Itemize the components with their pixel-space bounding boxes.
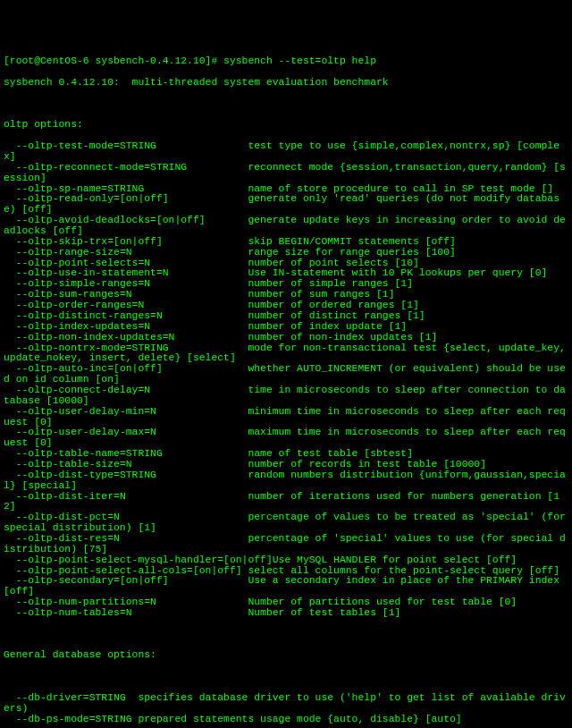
terminal-output: [root@CentOS-6 sysbench-0.4.12.10]# sysb… [4, 46, 568, 728]
option-line: --oltp-dist-iter=N number of iterations … [4, 492, 568, 513]
option-line: --oltp-auto-inc=[on|off] whether AUTO_IN… [4, 364, 568, 385]
option-line: --db-driver=STRING specifies database dr… [4, 693, 568, 715]
oltp-options-block: --oltp-test-mode=STRING test type to use… [4, 141, 568, 619]
option-line: --oltp-avoid-deadlocks=[on|off] generate… [4, 216, 568, 237]
option-line: --oltp-user-delay-min=N minimum time in … [4, 407, 568, 428]
option-line: --oltp-index-updates=N number of index u… [4, 322, 568, 333]
option-line: --oltp-non-index-updates=N number of non… [4, 333, 568, 343]
typed-command: sysbench --test=oltp help [223, 55, 376, 66]
option-line: --oltp-secondary=[on|off] Use a secondar… [4, 576, 568, 597]
general-options-block: --db-driver=STRING specifies database dr… [4, 693, 568, 725]
option-line: --oltp-user-delay-max=N maximum time in … [4, 427, 568, 449]
option-line: --oltp-dist-res=N percentage of 'special… [4, 534, 568, 555]
option-line: --oltp-dist-type=STRING random numbers d… [4, 470, 568, 492]
shell-prompt: [root@CentOS-6 sysbench-0.4.12.10]# [4, 55, 223, 66]
command-line: [root@CentOS-6 sysbench-0.4.12.10]# sysb… [4, 56, 568, 67]
option-line: --oltp-nontrx-mode=STRING mode for non-t… [4, 343, 568, 365]
general-section-title: General database options: [4, 650, 568, 661]
option-line: --oltp-range-size=N range size for range… [4, 248, 568, 258]
option-line: --oltp-distinct-ranges=N number of disti… [4, 311, 568, 322]
option-line: --oltp-read-only=[on|off] generate only … [4, 194, 568, 216]
option-line: --db-ps-mode=STRING prepared statements … [4, 715, 568, 725]
option-line: --oltp-dist-pct=N percentage of values t… [4, 512, 568, 534]
option-line: --oltp-skip-trx=[on|off] skip BEGIN/COMM… [4, 237, 568, 248]
oltp-section-title: oltp options: [4, 120, 568, 131]
option-line: --oltp-point-select-mysql-handler=[on|of… [4, 555, 568, 566]
header-line: sysbench 0.4.12.10: multi-threaded syste… [4, 78, 568, 89]
option-line: --oltp-connect-delay=N time in microseco… [4, 385, 568, 407]
option-line: --oltp-num-tables=N Number of test table… [4, 608, 568, 619]
option-line: --oltp-reconnect-mode=STRING reconnect m… [4, 163, 568, 184]
option-line: --oltp-test-mode=STRING test type to use… [4, 141, 568, 163]
